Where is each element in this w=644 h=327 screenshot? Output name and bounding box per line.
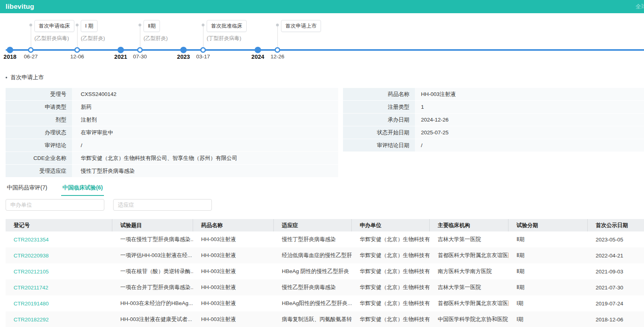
detail-field-label: 受理适应症 bbox=[6, 165, 72, 177]
detail-row: 注册类型1 bbox=[343, 101, 644, 113]
timeline-date-dot[interactable] bbox=[275, 47, 280, 53]
table-row: CTR20182292HH-003注射液在健康受试者...HH-003注射液病毒… bbox=[6, 311, 644, 327]
timeline-milestone-subtitle: (乙型肝炎) bbox=[144, 35, 168, 42]
timeline-year-dot[interactable] bbox=[7, 47, 13, 53]
table-row: CTR20231354一项在慢性丁型肝炎病毒感染...HH-003注射液慢性丁型… bbox=[6, 231, 644, 247]
timeline-connector-dot-icon bbox=[202, 24, 205, 26]
timeline-year-dot[interactable] bbox=[180, 47, 187, 53]
detail-field-value: / bbox=[415, 139, 644, 152]
table-body: CTR20231354一项在慢性丁型肝炎病毒感染...HH-003注射液慢性丁型… bbox=[6, 231, 644, 327]
table-cell: Ⅱ期 bbox=[508, 236, 588, 243]
filter-bar bbox=[6, 199, 644, 211]
timeline-year-dot[interactable] bbox=[118, 47, 124, 53]
detail-field-label: 申请类型 bbox=[6, 101, 72, 113]
indication-filter-input[interactable] bbox=[113, 199, 212, 211]
timeline-axis-label: 12-26 bbox=[271, 54, 285, 60]
timeline-axis-label: 06-27 bbox=[24, 54, 38, 60]
timeline-connector bbox=[277, 26, 278, 49]
table-cell: 华辉安健（北京）生物科技有... bbox=[352, 300, 430, 307]
column-header: 主要临床机构 bbox=[430, 219, 508, 231]
table-cell: 华辉安健（北京）生物科技有... bbox=[352, 252, 430, 259]
tab-china-drug-review[interactable]: 中国药品审评(7) bbox=[6, 184, 48, 196]
detail-row: 审评结论/ bbox=[6, 139, 338, 152]
tab-china-clinical-trials[interactable]: 中国临床试验(6) bbox=[61, 184, 104, 196]
timeline-date-dot[interactable] bbox=[137, 47, 143, 53]
column-header: 登记号 bbox=[6, 219, 112, 231]
table-cell: 首都医科大学附属北京友谊医院 bbox=[430, 300, 508, 307]
timeline-axis-line bbox=[6, 49, 644, 51]
detail-field-label: 注册类型 bbox=[343, 101, 415, 113]
timeline-milestone-label[interactable]: Ⅱ期 bbox=[144, 20, 160, 32]
table-row: CTR20191480HH-003在未经治疗的HBeAg...HH-003注射液… bbox=[6, 295, 644, 311]
section-title-text: 首次申请上市 bbox=[10, 74, 44, 81]
top-bar: libevitug 全球 bbox=[0, 0, 644, 13]
trial-registration-link[interactable]: CTR20231354 bbox=[6, 237, 112, 243]
column-header: 申办单位 bbox=[352, 219, 430, 231]
column-header: 试验题目 bbox=[112, 219, 193, 231]
trial-registration-link[interactable]: CTR20211742 bbox=[6, 285, 112, 291]
timeline-date-dot[interactable] bbox=[74, 47, 80, 53]
nav-global-link[interactable]: 全球 bbox=[636, 3, 644, 10]
timeline-milestone-label[interactable]: 首次申请上市 bbox=[281, 20, 321, 32]
detail-field-label: 药品名称 bbox=[343, 88, 415, 100]
timeline-milestone-label[interactable]: 首次申请临床 bbox=[34, 20, 74, 32]
trial-registration-link[interactable]: CTR20220938 bbox=[6, 253, 112, 259]
table-cell: 经治低病毒血症的慢性乙型肝... bbox=[274, 252, 352, 259]
detail-field-value: 慢性丁型肝炎病毒感染 bbox=[72, 165, 338, 177]
table-cell: 南方医科大学南方医院 bbox=[430, 268, 508, 275]
tab-bar: 中国药品审评(7)中国临床试验(6) bbox=[6, 184, 644, 196]
detail-field-label: 办理状态 bbox=[6, 126, 72, 139]
table-cell: HH-003在未经治疗的HBeAg... bbox=[112, 300, 193, 307]
timeline-milestone-label[interactable]: Ⅰ 期 bbox=[81, 20, 98, 32]
trial-registration-link[interactable]: CTR20191480 bbox=[6, 301, 112, 307]
detail-row: 承办日期2024-12-26 bbox=[343, 114, 644, 126]
table-cell: HH-003注射液 bbox=[193, 236, 274, 243]
detail-field-value: 在审评审批中 bbox=[72, 126, 338, 139]
column-header: 试验分期 bbox=[508, 219, 588, 231]
timeline-year-dot[interactable] bbox=[255, 47, 261, 53]
timeline-connector-dot-icon bbox=[76, 24, 79, 26]
table-cell: Ⅱ期 bbox=[508, 268, 588, 275]
detail-field-value: 1 bbox=[415, 101, 644, 113]
detail-table-left: 受理号CXSS2400142申请类型新药剂型注射剂办理状态在审评审批中审评结论/… bbox=[6, 88, 338, 177]
timeline-axis-label: 03-17 bbox=[196, 54, 210, 60]
detail-field-label: 受理号 bbox=[6, 88, 72, 100]
table-cell: HBeAg阳性的慢性乙型肝炎... bbox=[274, 300, 352, 307]
table-cell: 2018-12-06 bbox=[588, 317, 644, 323]
timeline-milestone-subtitle: (乙型肝炎) bbox=[81, 35, 105, 42]
detail-field-value: HH-003注射液 bbox=[415, 88, 644, 100]
column-header: 适应症 bbox=[274, 219, 352, 231]
timeline-connector-dot-icon bbox=[139, 24, 142, 26]
table-cell: 一项在核苷（酸）类逆转录酶... bbox=[112, 268, 193, 275]
timeline-axis-label: 2021 bbox=[114, 54, 127, 60]
table-cell: Ⅱ期 bbox=[508, 252, 588, 259]
trial-registration-link[interactable]: CTR20212105 bbox=[6, 269, 112, 275]
timeline-milestone-label[interactable]: 首次批准临床 bbox=[207, 20, 247, 32]
detail-field-label: CDE企业名称 bbox=[6, 152, 72, 164]
table-cell: 华辉安健（北京）生物科技有... bbox=[352, 316, 430, 323]
timeline-milestone-subtitle: (丁型肝炎病毒) bbox=[207, 35, 241, 42]
application-detail: 受理号CXSS2400142申请类型新药剂型注射剂办理状态在审评审批中审评结论/… bbox=[0, 88, 644, 177]
table-cell: Ⅰ期 bbox=[508, 300, 588, 307]
sponsor-filter-input[interactable] bbox=[6, 199, 104, 211]
timeline-date-dot[interactable] bbox=[28, 47, 34, 53]
table-cell: HBeAg 阴性的慢性乙型肝炎 bbox=[274, 268, 352, 275]
table-cell: 慢性乙型肝炎病毒感染 bbox=[274, 284, 352, 291]
table-cell: HH-003注射液 bbox=[193, 284, 274, 291]
column-header: 药品名称 bbox=[193, 219, 274, 231]
timeline-date-dot[interactable] bbox=[200, 47, 206, 53]
table-cell: 2022-04-21 bbox=[588, 253, 644, 259]
detail-field-value: 注射剂 bbox=[72, 114, 338, 126]
table-cell: Ⅱ期 bbox=[508, 284, 588, 291]
detail-section-title: 首次申请上市 bbox=[6, 74, 644, 82]
timeline-axis-label: 2024 bbox=[251, 54, 264, 60]
trial-registration-link[interactable]: CTR20182292 bbox=[6, 317, 112, 323]
timeline-milestone-subtitle: (乙型肝炎病毒) bbox=[34, 35, 69, 42]
detail-field-label: 剂型 bbox=[6, 114, 72, 126]
detail-field-value: 华辉安健（北京）生物科技有限公司、智享生物（苏州）有限公司 bbox=[72, 152, 338, 164]
milestone-timeline: 首次申请临床(乙型肝炎病毒)Ⅰ 期(乙型肝炎)Ⅱ期(乙型肝炎)首次批准临床(丁型… bbox=[0, 13, 644, 68]
timeline-connector bbox=[77, 26, 78, 49]
column-header: 首次公示日期 bbox=[588, 219, 644, 231]
timeline-axis-label: 2023 bbox=[177, 54, 190, 60]
table-cell: 吉林大学第一医院 bbox=[430, 284, 508, 291]
